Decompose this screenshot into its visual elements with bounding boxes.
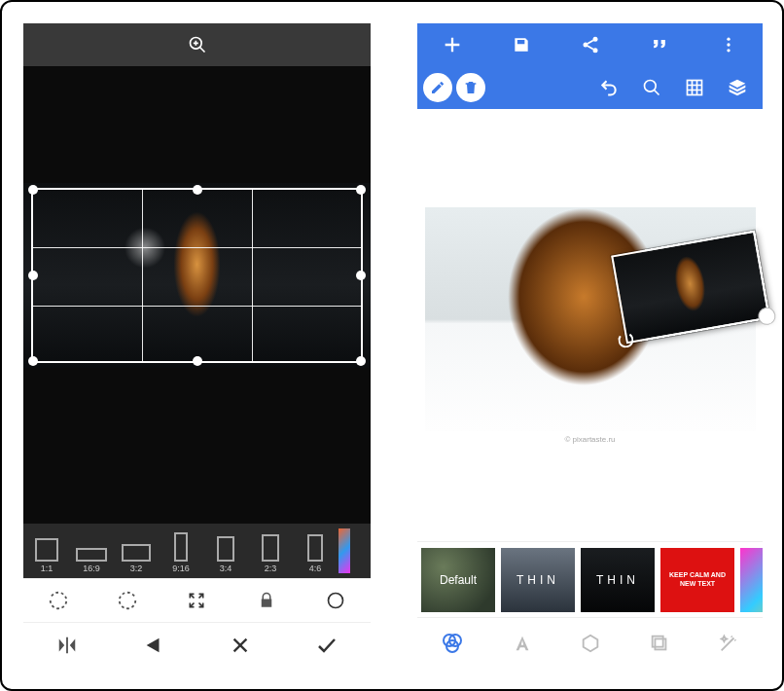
delete-layer-button[interactable]: [456, 73, 485, 102]
undo-icon[interactable]: [589, 68, 628, 107]
svg-point-14: [727, 49, 730, 52]
style-preset-4[interactable]: ME: [740, 548, 763, 612]
filters-tab-icon[interactable]: [441, 632, 464, 655]
save-icon[interactable]: [502, 25, 541, 64]
aspect-ratio-bar: 1:116:93:29:163:42:34:6: [23, 524, 371, 578]
layers-tab-icon[interactable]: [649, 633, 670, 654]
style-preset-0[interactable]: Default: [421, 548, 495, 612]
ratio-label: 2:3: [265, 564, 277, 573]
crop-handle-mr[interactable]: [356, 271, 366, 280]
rotate-cw-icon[interactable]: [106, 581, 149, 620]
svg-marker-25: [584, 635, 598, 651]
ratio-shape-icon: [35, 538, 58, 562]
secondary-toolbar: [417, 66, 763, 109]
wand-tab-icon[interactable]: [718, 633, 739, 654]
svg-point-11: [592, 48, 597, 53]
crop-topbar: [23, 23, 371, 66]
crop-handle-bc[interactable]: [193, 356, 202, 366]
zoom-in-icon[interactable]: [176, 25, 219, 64]
crop-handle-tc[interactable]: [193, 185, 202, 195]
svg-point-4: [329, 594, 343, 608]
text-tab-icon[interactable]: [512, 633, 533, 654]
aspect-ratio-1-1[interactable]: 1:1: [25, 528, 68, 573]
svg-point-13: [727, 43, 730, 46]
resize-handle[interactable]: [756, 306, 776, 326]
svg-rect-26: [655, 638, 665, 649]
svg-rect-27: [653, 636, 663, 646]
style-preset-label: THIN: [517, 573, 559, 587]
crop-canvas[interactable]: [23, 66, 371, 524]
ratio-label: 16:9: [83, 564, 100, 573]
style-presets-strip: DefaultTHINTHINKEEP CALM AND NEW TEXTME: [417, 541, 763, 617]
svg-line-1: [199, 48, 204, 53]
share-icon[interactable]: [571, 25, 610, 64]
ratio-label: 1:1: [41, 564, 53, 573]
aspect-ratio-2-3[interactable]: 2:3: [249, 528, 292, 573]
style-preset-label: Default: [440, 573, 477, 587]
base-image[interactable]: [425, 207, 756, 431]
ratio-shape-icon: [174, 532, 188, 562]
ratio-label: 3:4: [220, 564, 232, 573]
layer-editor-panel: © pixartaste.ru DefaultTHINTHINKEEP CALM…: [417, 23, 763, 668]
aspect-ratio-4-6[interactable]: 4:6: [294, 528, 337, 573]
svg-rect-17: [688, 81, 702, 95]
svg-point-12: [727, 38, 730, 41]
svg-point-15: [645, 81, 657, 92]
crop-action-row: [23, 623, 371, 668]
layers-icon[interactable]: [718, 68, 757, 107]
crop-handle-tr[interactable]: [356, 185, 366, 195]
grid-icon[interactable]: [675, 68, 714, 107]
quote-icon[interactable]: [640, 25, 679, 64]
aspect-ratio-9-16[interactable]: 9:16: [160, 528, 202, 573]
ratio-shape-icon: [307, 534, 323, 562]
circle-outline-icon[interactable]: [314, 581, 357, 620]
crop-handle-bl[interactable]: [28, 356, 38, 366]
svg-point-9: [592, 37, 597, 42]
edit-layer-button[interactable]: [423, 73, 452, 102]
aspect-ratio-16-9[interactable]: 16:9: [70, 528, 113, 573]
shape-tab-icon[interactable]: [580, 633, 601, 654]
crop-handle-br[interactable]: [356, 356, 366, 366]
crop-handle-tl[interactable]: [28, 185, 38, 195]
ratio-shape-icon: [122, 544, 151, 562]
style-preset-3[interactable]: KEEP CALM AND NEW TEXT: [660, 548, 734, 612]
rotate-handle-icon[interactable]: [617, 331, 635, 349]
ratio-label: 4:6: [309, 564, 322, 573]
svg-point-10: [583, 43, 588, 48]
style-preset-label: KEEP CALM AND NEW TEXT: [664, 571, 731, 588]
editor-canvas[interactable]: © pixartaste.ru: [417, 109, 763, 541]
crop-handle-ml[interactable]: [28, 271, 38, 280]
style-preset-label: THIN: [596, 573, 639, 587]
main-toolbar: [417, 23, 763, 66]
lock-icon[interactable]: [245, 581, 288, 620]
expand-icon[interactable]: [175, 581, 218, 620]
add-icon[interactable]: [433, 25, 472, 64]
more-ratios-peek[interactable]: [339, 528, 350, 573]
ratio-label: 9:16: [172, 564, 190, 573]
confirm-icon[interactable]: [305, 626, 348, 665]
crop-editor-panel: 1:116:93:29:163:42:34:6: [23, 23, 371, 668]
rotate-ccw-icon[interactable]: [37, 581, 80, 620]
ratio-shape-icon: [262, 534, 279, 562]
bottom-tab-bar: [417, 617, 763, 668]
ratio-label: 3:2: [130, 564, 143, 573]
close-icon[interactable]: [219, 626, 262, 665]
more-icon[interactable]: [709, 25, 748, 64]
aspect-ratio-3-4[interactable]: 3:4: [204, 528, 247, 573]
ratio-shape-icon: [217, 536, 234, 562]
style-preset-1[interactable]: THIN: [501, 548, 575, 612]
zoom-icon[interactable]: [632, 68, 671, 107]
watermark-text: © pixartaste.ru: [564, 435, 615, 444]
svg-line-16: [655, 91, 659, 95]
back-icon[interactable]: [132, 626, 175, 665]
crop-tool-row: [23, 578, 371, 623]
flip-horizontal-icon[interactable]: [46, 626, 89, 665]
style-preset-2[interactable]: THIN: [581, 548, 655, 612]
ratio-shape-icon: [76, 548, 107, 562]
crop-grid-overlay[interactable]: [31, 188, 363, 363]
overlay-layer[interactable]: [611, 230, 770, 344]
aspect-ratio-3-2[interactable]: 3:2: [115, 528, 158, 573]
